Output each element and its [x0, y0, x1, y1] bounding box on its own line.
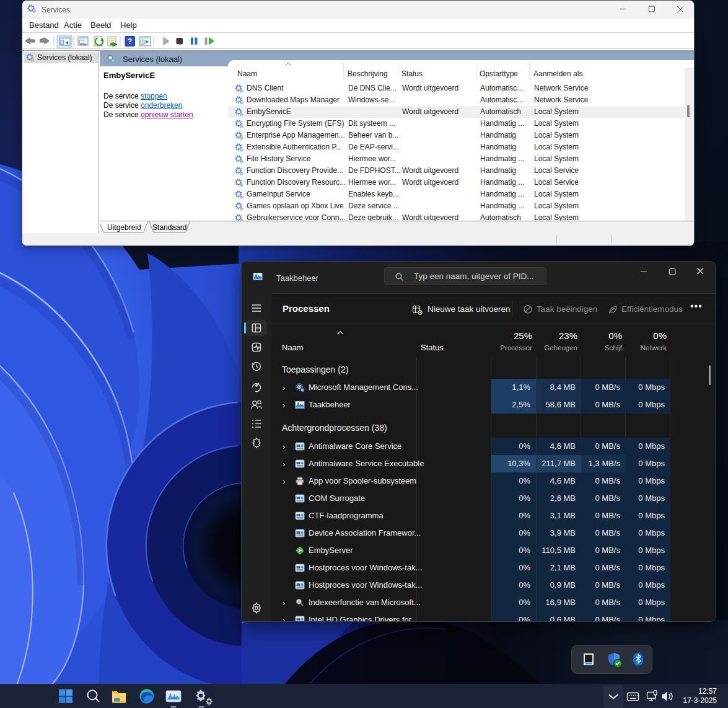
svg-text:Standaard: Standaard	[152, 223, 186, 232]
svg-text:Uitgebreid: Uitgebreid	[107, 223, 141, 232]
svg-text:?: ?	[128, 37, 132, 46]
